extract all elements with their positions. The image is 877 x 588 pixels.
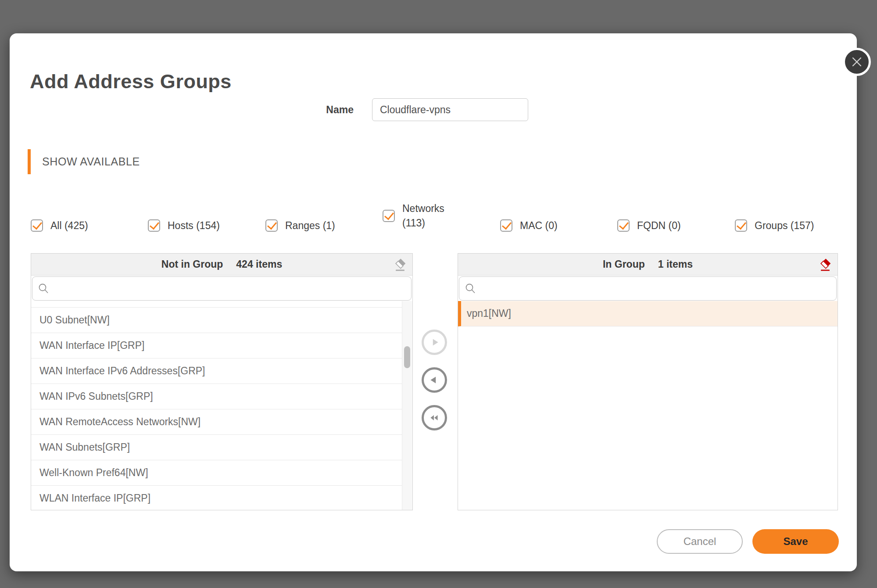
panel-item-count: 1 items	[658, 258, 693, 270]
scrollbar-thumb[interactable]	[404, 346, 410, 368]
in-group-list: vpn1[NW]	[458, 301, 838, 510]
save-button[interactable]: Save	[752, 529, 839, 554]
section-header: SHOW AVAILABLE	[42, 155, 140, 168]
search-input[interactable]	[481, 277, 831, 300]
search-icon	[38, 283, 50, 294]
in-group-header: In Group 1 items	[458, 254, 838, 276]
in-group-panel: In Group 1 items vpn1[NW]	[458, 253, 838, 510]
filter-label: Ranges (1)	[285, 219, 335, 233]
list-item[interactable]: vpn1[NW]	[458, 301, 838, 326]
eraser-icon[interactable]	[394, 258, 407, 272]
move-all-out-of-group-button[interactable]	[422, 405, 447, 430]
list-item[interactable]: WLAN Interface IP[GRP]	[31, 486, 402, 510]
arrow-left-icon	[429, 374, 440, 386]
cancel-button[interactable]: Cancel	[657, 529, 743, 554]
list-item[interactable]: WAN Interface IP[GRP]	[31, 333, 402, 359]
double-arrow-left-icon	[428, 412, 440, 423]
show-available-section: SHOW AVAILABLE	[28, 149, 140, 174]
checkbox-checked[interactable]	[617, 219, 630, 232]
filter-fqdn-0: FQDN (0)	[617, 213, 681, 238]
filter-label: MAC (0)	[520, 219, 558, 233]
not-in-group-header: Not in Group 424 items	[31, 254, 412, 276]
add-address-groups-dialog: Add Address Groups Name SHOW AVAILABLE A…	[10, 33, 857, 571]
filter-groups-157: Groups (157)	[735, 213, 814, 238]
filter-label: FQDN (0)	[637, 219, 681, 233]
search-icon	[465, 283, 476, 294]
close-button[interactable]	[843, 48, 871, 76]
not-in-group-panel: Not in Group 424 items U0	[31, 253, 413, 510]
checkbox-checked[interactable]	[265, 219, 278, 232]
page-title: Add Address Groups	[30, 70, 232, 93]
panel-title: In Group	[603, 258, 645, 270]
name-label: Name	[311, 98, 354, 121]
filter-label: Hosts (154)	[168, 219, 220, 233]
filter-label: Networks (113)	[402, 201, 444, 230]
filter-ranges-1: Ranges (1)	[265, 213, 335, 238]
checkbox-checked[interactable]	[383, 210, 395, 222]
checkbox-checked[interactable]	[31, 219, 43, 232]
list-item[interactable]: WAN Subnets[GRP]	[31, 435, 402, 460]
name-input[interactable]	[372, 98, 528, 121]
panel-item-count: 424 items	[236, 258, 282, 270]
list-item[interactable]: WAN IPv6 Subnets[GRP]	[31, 384, 402, 409]
x-icon	[849, 54, 864, 69]
list-item[interactable]: U0 Subnet[NW]	[31, 308, 402, 333]
list-item[interactable]: WAN Interface IPv6 Addresses[GRP]	[31, 359, 402, 384]
eraser-icon[interactable]	[819, 258, 832, 272]
in-group-search	[459, 276, 837, 301]
filter-networks-113: Networks (113)	[383, 201, 444, 230]
filter-all-425: All (425)	[31, 213, 88, 238]
move-to-group-button[interactable]	[422, 330, 447, 355]
filter-hosts-154: Hosts (154)	[148, 213, 220, 238]
search-input[interactable]	[54, 277, 406, 300]
list-item[interactable]: WAN RemoteAccess Networks[NW]	[31, 409, 402, 435]
checkbox-checked[interactable]	[148, 219, 160, 232]
checkbox-checked[interactable]	[735, 219, 747, 232]
panel-title: Not in Group	[161, 258, 223, 270]
arrow-right-icon	[429, 337, 440, 348]
not-in-group-search	[32, 276, 412, 301]
not-in-group-list: U0 Subnet[NW]WAN Interface IP[GRP]WAN In…	[31, 301, 412, 510]
filter-mac-0: MAC (0)	[500, 213, 558, 238]
filter-label: All (425)	[50, 219, 88, 233]
list-item[interactable]: Well-Known Pref64[NW]	[31, 460, 402, 486]
checkbox-checked[interactable]	[500, 219, 512, 232]
partial-row	[31, 301, 402, 308]
scrollbar[interactable]	[402, 301, 412, 510]
accent-bar	[28, 149, 31, 174]
filter-label: Groups (157)	[755, 219, 814, 233]
move-out-of-group-button[interactable]	[422, 367, 447, 393]
